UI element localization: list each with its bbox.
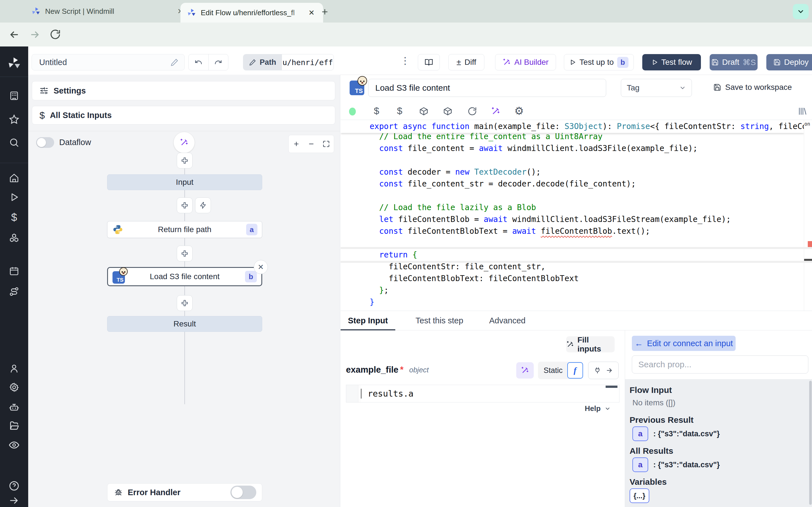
static-inputs-icon[interactable]: $: [374, 105, 379, 116]
sidebar-item-schedules-icon[interactable]: [9, 266, 19, 276]
minimap[interactable]: on: [804, 120, 812, 311]
edit-or-connect-button[interactable]: ← Edit or connect an input: [632, 336, 735, 351]
draft-button[interactable]: Draft ⌘S: [710, 54, 758, 70]
all-static-inputs-button[interactable]: $ All Static Inputs: [32, 106, 335, 124]
save-to-workspace-button[interactable]: Save to workspace: [713, 83, 792, 92]
sidebar-item-workspace[interactable]: [9, 91, 19, 101]
windmill-favicon-icon: [187, 8, 196, 17]
graph-node-input[interactable]: Input: [107, 174, 262, 190]
editor-settings-gear-icon[interactable]: ⚙: [514, 105, 524, 117]
fill-inputs-button[interactable]: Fill inputs: [566, 336, 615, 352]
sidebar-item-routes-icon[interactable]: [9, 286, 19, 297]
add-step-button[interactable]: [177, 295, 193, 311]
search-prop-input[interactable]: Search prop...: [632, 355, 808, 374]
package-icon[interactable]: [419, 107, 428, 116]
reload-button[interactable]: [50, 29, 61, 40]
sidebar-item-variables-icon[interactable]: $: [11, 212, 17, 224]
result-value: : {"s3":"data.csv"}: [653, 430, 720, 438]
tab-close-icon[interactable]: ✕: [307, 8, 316, 17]
browser-tab-active[interactable]: Edit Flow u/henri/effortless_fl ✕: [181, 3, 323, 22]
error-handler-card[interactable]: Error Handler: [107, 483, 262, 501]
arrow-right-icon[interactable]: [606, 367, 613, 374]
dataflow-label: Dataflow: [59, 138, 91, 147]
reset-refresh-icon[interactable]: [467, 107, 477, 116]
test-flow-button[interactable]: Test flow: [642, 54, 701, 70]
help-dropdown[interactable]: Help: [585, 404, 611, 413]
sidebar-item-audit-eye-icon[interactable]: [8, 439, 20, 451]
path-button[interactable]: Path: [243, 54, 282, 70]
dataflow-toggle[interactable]: [36, 137, 54, 148]
sidebar-item-users-icon[interactable]: [9, 363, 19, 374]
props-panel: ← Edit or connect an input Search prop..…: [625, 330, 812, 507]
sidebar-item-home-icon[interactable]: [9, 173, 19, 183]
docs-book-button[interactable]: [418, 54, 440, 70]
path-group[interactable]: Path u/henri/eff: [243, 54, 334, 70]
zoom-out-button[interactable]: [304, 135, 319, 153]
tab-search-chevron-button[interactable]: [793, 4, 809, 19]
flow-input-empty: No items ([]): [632, 398, 675, 407]
sidebar-item-search-icon[interactable]: [9, 137, 19, 148]
sidebar-item-settings-gear-icon[interactable]: [9, 382, 19, 392]
sidebar-item-workers-robot-icon[interactable]: [9, 402, 19, 412]
more-options-icon[interactable]: ⋮: [400, 55, 410, 66]
sidebar-item-favorites-star-icon[interactable]: [9, 114, 19, 125]
diff-button[interactable]: ± Diff: [448, 54, 485, 70]
graph-node-step-a[interactable]: Return file path a: [107, 221, 262, 238]
ai-builder-button[interactable]: AI Builder: [495, 54, 556, 70]
variables-icon[interactable]: $: [397, 105, 402, 116]
undo-button[interactable]: [189, 54, 209, 70]
library-icon[interactable]: [797, 107, 807, 116]
settings-button[interactable]: Settings: [32, 81, 335, 100]
scrollbar-thumb[interactable]: [809, 381, 812, 505]
javascript-expression-button[interactable]: f: [567, 362, 583, 379]
current-line-border: [341, 261, 812, 263]
tab-step-input[interactable]: Step Input: [341, 311, 395, 330]
tab-advanced[interactable]: Advanced: [482, 311, 533, 330]
sidebar-item-resources-icon[interactable]: [9, 233, 19, 243]
ai-suggest-wand-button[interactable]: [516, 362, 534, 379]
result-badge[interactable]: a: [632, 427, 648, 441]
sidebar-item-folders-icon[interactable]: [9, 420, 19, 431]
minimap-text: on: [804, 121, 810, 127]
code-editor[interactable]: export async function main(example_file:…: [341, 120, 812, 311]
sidebar-expand-arrow-icon[interactable]: [9, 495, 19, 506]
add-step-button[interactable]: [177, 245, 193, 262]
add-step-button[interactable]: [177, 153, 193, 168]
static-mode-toggle[interactable]: Static f: [538, 362, 583, 379]
back-button[interactable]: [8, 29, 20, 41]
flow-name-field[interactable]: Untitled: [32, 54, 185, 70]
result-badge[interactable]: a: [632, 457, 648, 472]
ai-wand-icon[interactable]: [491, 107, 500, 116]
add-trigger-button[interactable]: [195, 198, 211, 213]
arg-value-editor[interactable]: results.a: [346, 385, 619, 402]
edit-pencil-icon[interactable]: [170, 58, 179, 66]
zoom-in-button[interactable]: [289, 135, 304, 153]
plug-icon[interactable]: [594, 367, 601, 374]
tab-test-this-step[interactable]: Test this step: [408, 311, 470, 330]
remove-step-button[interactable]: ✕: [254, 260, 268, 274]
mini-scrollbar[interactable]: [606, 386, 617, 388]
redo-button[interactable]: [209, 54, 229, 70]
tag-select[interactable]: Tag: [621, 79, 692, 97]
add-step-button[interactable]: [177, 198, 193, 213]
fullscreen-button[interactable]: [319, 135, 334, 153]
windmill-logo-icon[interactable]: [8, 57, 20, 70]
code-line: const decoder = new TextDecoder();: [341, 166, 804, 178]
browser-tab-inactive[interactable]: New Script | Windmill ✕: [25, 0, 192, 22]
new-tab-button[interactable]: [318, 5, 332, 18]
node-badge: b: [245, 271, 257, 283]
graph-node-step-b-selected[interactable]: TS Load S3 file content b: [107, 267, 262, 286]
deploy-button[interactable]: Deploy: [766, 54, 812, 70]
test-up-to-button[interactable]: Test up to b: [564, 54, 634, 70]
graph-node-result[interactable]: Result: [107, 316, 262, 332]
package-icon[interactable]: [443, 107, 453, 116]
sidebar-item-runs-icon[interactable]: [9, 192, 19, 202]
flow-input-title: Flow Input: [629, 385, 672, 395]
ai-flow-wand-button[interactable]: [174, 132, 195, 153]
edit-or-connect-label: Edit or connect an input: [647, 339, 733, 348]
forward-button[interactable]: [29, 29, 41, 41]
help-icon[interactable]: [8, 480, 20, 492]
variables-badge[interactable]: {...}: [629, 489, 649, 503]
step-name-input[interactable]: Load S3 file content: [368, 79, 606, 97]
error-handler-toggle[interactable]: [231, 486, 256, 499]
